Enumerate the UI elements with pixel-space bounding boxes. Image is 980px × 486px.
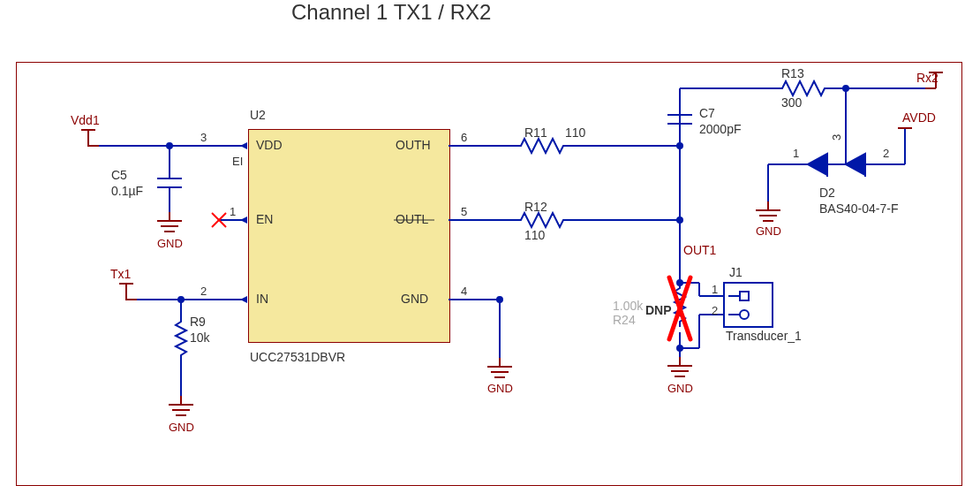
pin-in-num: 2 bbox=[200, 285, 207, 298]
j1-pin2: 2 bbox=[712, 304, 718, 317]
d2-pin2: 2 bbox=[883, 147, 889, 160]
j1-ref: J1 bbox=[729, 265, 743, 279]
schematic-wires bbox=[0, 0, 980, 486]
u2-refdes: U2 bbox=[250, 108, 266, 122]
pin-gnd-num: 4 bbox=[461, 285, 467, 298]
j1-pin1: 1 bbox=[712, 283, 718, 296]
r11-ref: R11 bbox=[524, 125, 547, 140]
gnd-label-d2: GND bbox=[756, 224, 781, 238]
resistor-r9 bbox=[176, 316, 186, 396]
svg-point-39 bbox=[497, 297, 502, 302]
gnd-symbol bbox=[169, 396, 193, 415]
net-out1: OUT1 bbox=[683, 243, 716, 257]
c5-val: 0.1µF bbox=[111, 184, 143, 198]
resistor-r13 bbox=[777, 81, 830, 95]
pin-outl-name: OUTL bbox=[396, 212, 428, 226]
u2-part: UCC27531DBVR bbox=[250, 350, 345, 364]
gnd-label-r9: GND bbox=[169, 421, 194, 434]
gnd-symbol bbox=[756, 201, 780, 221]
d2-pin1: 1 bbox=[793, 147, 799, 160]
pin-outh-name: OUTH bbox=[396, 138, 431, 152]
r9-ref: R9 bbox=[190, 315, 206, 329]
svg-point-48 bbox=[740, 310, 749, 319]
svg-rect-47 bbox=[740, 292, 749, 300]
r24-val: 1.00k bbox=[613, 299, 643, 313]
pin-vdd-name: VDD bbox=[256, 138, 283, 152]
gnd-symbol bbox=[667, 357, 692, 376]
r13-val: 300 bbox=[781, 95, 802, 110]
d2-val: BAS40-04-7-F bbox=[819, 201, 898, 216]
c7-val: 2000pF bbox=[699, 122, 741, 136]
resistor-r11 bbox=[516, 139, 569, 153]
pin-en-num: 1 bbox=[230, 205, 236, 218]
capacitor-c5 bbox=[157, 172, 182, 212]
j1-name: Transducer_1 bbox=[726, 329, 802, 343]
svg-point-2 bbox=[167, 143, 172, 148]
d2-ref: D2 bbox=[819, 186, 835, 200]
c7-ref: C7 bbox=[699, 106, 715, 120]
gnd-label-pin4: GND bbox=[487, 382, 513, 395]
ei-text: EI bbox=[232, 155, 243, 168]
resistor-r12 bbox=[516, 213, 569, 227]
pin-outl-num: 5 bbox=[461, 205, 467, 218]
schematic-canvas: Channel 1 TX1 / RX2 bbox=[0, 0, 980, 486]
r24-ref: R24 bbox=[613, 313, 636, 327]
r11-val: 110 bbox=[565, 125, 585, 140]
r12-ref: R12 bbox=[524, 200, 547, 214]
svg-rect-44 bbox=[724, 283, 773, 327]
gnd-symbol bbox=[157, 212, 182, 232]
gnd-label-r24: GND bbox=[667, 382, 693, 395]
pin-en-name: EN bbox=[256, 212, 273, 226]
pin-in-name: IN bbox=[256, 292, 268, 306]
gnd-label-c5: GND bbox=[157, 237, 183, 250]
pin-vdd-num: 3 bbox=[200, 131, 207, 144]
net-vdd1: Vdd1 bbox=[71, 113, 100, 127]
c5-ref: C5 bbox=[111, 168, 127, 182]
r12-val: 110 bbox=[524, 228, 545, 242]
net-avdd: AVDD bbox=[902, 110, 936, 125]
net-rx2: Rx2 bbox=[916, 71, 939, 85]
r24-dnp: DNP bbox=[645, 303, 672, 317]
d2-pin3: 3 bbox=[830, 134, 843, 140]
gnd-symbol bbox=[487, 358, 512, 377]
pin-gnd-name: GND bbox=[401, 292, 428, 306]
capacitor-c7 bbox=[667, 102, 692, 146]
svg-point-10 bbox=[178, 297, 184, 302]
r13-ref: R13 bbox=[781, 66, 804, 80]
net-tx1: Tx1 bbox=[110, 267, 131, 281]
diode-d2 bbox=[786, 152, 892, 177]
connector-j1 bbox=[699, 283, 773, 327]
r9-val: 10k bbox=[190, 330, 210, 345]
pin-outh-num: 6 bbox=[461, 131, 467, 144]
